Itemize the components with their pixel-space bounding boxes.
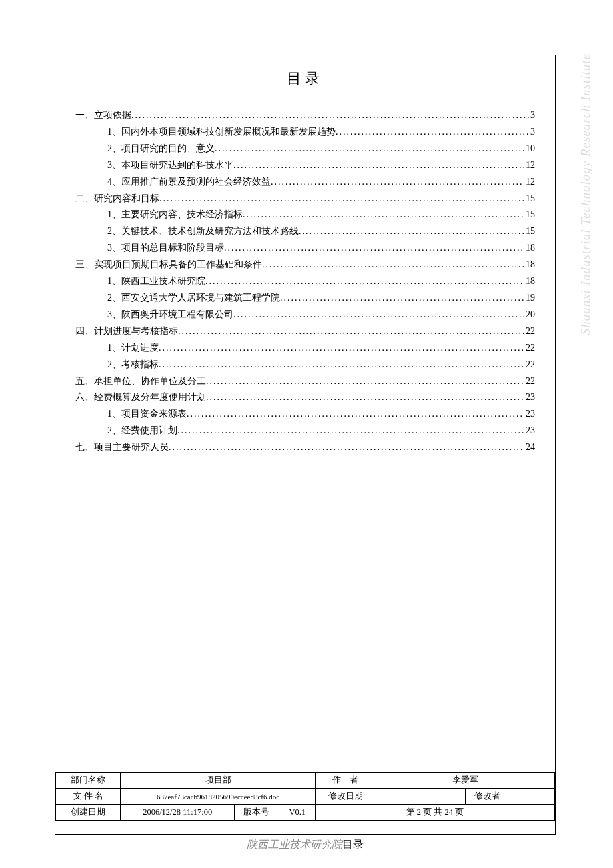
toc-page-number: 20 — [524, 307, 535, 323]
value-author: 李爱军 — [376, 773, 555, 789]
toc-page-number: 18 — [524, 240, 535, 257]
toc-label: 2、考核指标 — [107, 357, 159, 373]
label-version: 版本号 — [234, 805, 279, 821]
toc-label: 2、项目研究的目的、意义 — [107, 141, 215, 157]
toc-entry: 2、考核指标22 — [75, 357, 535, 373]
toc-label: 2、经费使用计划 — [107, 423, 177, 439]
toc-dots — [215, 141, 524, 157]
toc-page-number: 24 — [524, 439, 535, 456]
footer-caption: 陕西工业技术研究院目录 — [55, 838, 556, 852]
toc-entry: 五、承担单位、协作单位及分工22 — [75, 373, 535, 390]
value-page-info: 第 2 页 共 24 页 — [315, 805, 554, 821]
toc-dots — [206, 373, 524, 390]
toc-dots — [233, 157, 524, 174]
toc-dots — [299, 223, 524, 240]
toc-dots — [159, 357, 524, 373]
toc-dots — [233, 307, 524, 323]
toc-label: 3、本项目研究达到的科技水平 — [107, 157, 233, 174]
toc-label: 1、国内外本项目领域科技创新发展概况和最新发展趋势 — [107, 124, 336, 141]
table-of-contents: 一、立项依据31、国内外本项目领域科技创新发展概况和最新发展趋势32、项目研究的… — [75, 107, 535, 456]
toc-dots — [271, 174, 524, 191]
toc-page-number: 23 — [524, 406, 535, 423]
toc-dots — [131, 107, 529, 124]
toc-dots — [178, 323, 524, 340]
label-create-date: 创建日期 — [56, 805, 121, 821]
toc-label: 三、实现项目预期目标具备的工作基础和条件 — [75, 257, 262, 273]
toc-dots — [159, 191, 524, 207]
toc-label: 1、项目资金来源表 — [107, 406, 187, 423]
toc-label: 3、项目的总目标和阶段目标 — [107, 240, 224, 257]
toc-label: 4、应用推广前景及预测的社会经济效益 — [107, 174, 271, 191]
toc-entry: 四、计划进度与考核指标22 — [75, 323, 535, 340]
label-modifier: 修改者 — [465, 789, 510, 805]
toc-entry: 2、经费使用计划23 — [75, 423, 535, 439]
toc-page-number: 22 — [524, 357, 535, 373]
toc-dots — [206, 389, 524, 406]
value-modify-date — [376, 789, 466, 805]
toc-label: 2、关键技术、技术创新及研究方法和技术路线 — [107, 223, 299, 240]
watermark-text: Shaanxi Industrial Technology Research I… — [578, 53, 593, 335]
toc-page-number: 3 — [529, 124, 535, 141]
value-version: V0.1 — [279, 805, 315, 821]
toc-entry: 六、经费概算及分年度使用计划23 — [75, 389, 535, 406]
label-dept: 部门名称 — [56, 773, 121, 789]
toc-entry: 3、陕西奥升环境工程有限公司20 — [75, 307, 535, 323]
toc-entry: 3、项目的总目标和阶段目标18 — [75, 240, 535, 257]
toc-entry: 1、项目资金来源表23 — [75, 406, 535, 423]
toc-label: 1、计划进度 — [107, 340, 159, 357]
toc-dots — [280, 290, 524, 307]
toc-label: 1、陕西工业技术研究院 — [107, 273, 205, 290]
toc-page-number: 22 — [524, 340, 535, 357]
footer-suffix: 目录 — [342, 839, 364, 850]
footer-metadata-table: 部门名称 项目部 作 者 李爱军 文 件 名 637eaf73cacb96182… — [55, 772, 555, 821]
toc-page-number: 10 — [524, 141, 535, 157]
toc-dots — [187, 406, 524, 423]
value-create-date: 2006/12/28 11:17:00 — [121, 805, 235, 821]
table-row: 文 件 名 637eaf73cacb9618205690ecceed8cf6.d… — [56, 789, 555, 805]
toc-entry: 七、项目主要研究人员24 — [75, 439, 535, 456]
toc-page-number: 15 — [524, 223, 535, 240]
toc-dots — [169, 439, 524, 456]
toc-label: 七、项目主要研究人员 — [75, 439, 169, 456]
toc-page-number: 22 — [524, 323, 535, 340]
toc-entry: 三、实现项目预期目标具备的工作基础和条件18 — [75, 257, 535, 273]
toc-entry: 2、项目研究的目的、意义10 — [75, 141, 535, 157]
footer-org: 陕西工业技术研究院 — [247, 839, 342, 850]
toc-page-number: 3 — [529, 107, 535, 124]
toc-entry: 1、国内外本项目领域科技创新发展概况和最新发展趋势3 — [75, 124, 535, 141]
toc-entry: 二、研究内容和目标15 — [75, 191, 535, 207]
toc-entry: 1、陕西工业技术研究院18 — [75, 273, 535, 290]
table-row: 部门名称 项目部 作 者 李爱军 — [56, 773, 555, 789]
toc-page-number: 18 — [524, 257, 535, 273]
toc-entry: 1、主要研究内容、技术经济指标15 — [75, 207, 535, 223]
toc-page-number: 18 — [524, 273, 535, 290]
toc-page-number: 19 — [524, 290, 535, 307]
toc-entry: 一、立项依据3 — [75, 107, 535, 124]
toc-page-number: 12 — [524, 157, 535, 174]
toc-dots — [205, 273, 524, 290]
toc-page-number: 23 — [524, 389, 535, 406]
toc-page-number: 12 — [524, 174, 535, 191]
toc-entry: 2、西安交通大学人居环境与建筑工程学院19 — [75, 290, 535, 307]
label-author: 作 者 — [315, 773, 376, 789]
toc-entry: 4、应用推广前景及预测的社会经济效益12 — [75, 174, 535, 191]
table-row: 创建日期 2006/12/28 11:17:00 版本号 V0.1 第 2 页 … — [56, 805, 555, 821]
value-filename: 637eaf73cacb9618205690ecceed8cf6.doc — [121, 789, 315, 805]
toc-page-number: 22 — [524, 373, 535, 390]
toc-page-number: 15 — [524, 191, 535, 207]
page-frame: 目录 一、立项依据31、国内外本项目领域科技创新发展概况和最新发展趋势32、项目… — [55, 55, 556, 835]
toc-dots — [336, 124, 529, 141]
toc-label: 3、陕西奥升环境工程有限公司 — [107, 307, 233, 323]
value-project-dept: 项目部 — [121, 773, 315, 789]
toc-label: 四、计划进度与考核指标 — [75, 323, 178, 340]
label-modify-date: 修改日期 — [315, 789, 376, 805]
toc-label: 六、经费概算及分年度使用计划 — [75, 389, 206, 406]
page-title: 目录 — [75, 69, 535, 89]
toc-label: 五、承担单位、协作单位及分工 — [75, 373, 206, 390]
value-modifier — [510, 789, 554, 805]
toc-dots — [177, 423, 524, 439]
toc-dots — [243, 207, 524, 223]
toc-entry: 3、本项目研究达到的科技水平12 — [75, 157, 535, 174]
toc-entry: 1、计划进度22 — [75, 340, 535, 357]
toc-label: 2、西安交通大学人居环境与建筑工程学院 — [107, 290, 280, 307]
